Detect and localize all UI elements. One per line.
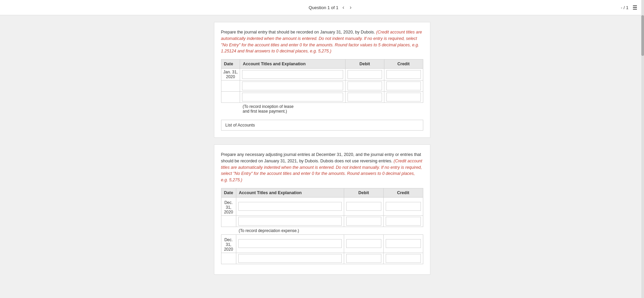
- panel2-journal-table: Date Account Titles and Explanation Debi…: [221, 188, 423, 264]
- account-input-2[interactable]: [242, 82, 343, 90]
- account-cell-p2-2: [236, 215, 344, 227]
- list-accounts-button-1[interactable]: List of Accounts: [221, 120, 423, 131]
- account-cell-p2-3: [236, 234, 344, 253]
- col-date-header-2: Date: [221, 188, 236, 197]
- col-date-header: Date: [221, 60, 240, 69]
- account-input-p2-3[interactable]: [238, 239, 342, 248]
- note-spacer-p2-1: [221, 227, 236, 234]
- table-row: [221, 215, 423, 227]
- credit-input-p2-2[interactable]: [386, 217, 421, 226]
- credit-input-p2-1[interactable]: [386, 202, 421, 211]
- account-input-1[interactable]: [242, 70, 343, 79]
- panel-1: Prepare the journal entry that should be…: [214, 22, 430, 138]
- debit-input-3[interactable]: [348, 93, 382, 101]
- account-input-3[interactable]: [242, 93, 343, 101]
- note-date-spacer: [221, 103, 240, 115]
- debit-input-p2-3[interactable]: [346, 239, 381, 248]
- date-cell-p2-1: Dec.31,2020: [221, 197, 236, 215]
- panel1-instruction: Prepare the journal entry that should be…: [221, 29, 423, 54]
- account-cell-1: [240, 69, 345, 81]
- scrollbar[interactable]: [641, 0, 644, 281]
- debit-input-1[interactable]: [348, 70, 382, 79]
- panel-2: Prepare any necessary adjusting journal …: [214, 144, 430, 275]
- panel2-note1: (To record depreciation expense.): [236, 227, 423, 234]
- debit-input-p2-1[interactable]: [346, 202, 381, 211]
- date-cell-2: [221, 81, 240, 92]
- account-cell-3: [240, 92, 345, 103]
- table-row: Dec.31,2020: [221, 234, 423, 253]
- debit-cell-1: [345, 69, 384, 81]
- debit-cell-2: [345, 81, 384, 92]
- question-label: Question 1 of 1: [309, 5, 338, 10]
- credit-input-3[interactable]: [386, 93, 421, 101]
- account-input-p2-2[interactable]: [238, 217, 342, 226]
- next-question-button[interactable]: ›: [348, 3, 353, 12]
- prev-question-button[interactable]: ‹: [341, 3, 345, 12]
- credit-input-p2-4[interactable]: [386, 254, 421, 263]
- account-cell-p2-4: [236, 253, 344, 264]
- col-debit-header-2: Debit: [344, 188, 383, 197]
- date-cell-p2-3: Dec.31,2020: [221, 234, 236, 253]
- table-row: [221, 81, 423, 92]
- col-account-header: Account Titles and Explanation: [240, 60, 345, 69]
- header: Question 1 of 1 ‹ › - / 1 ☰: [0, 0, 644, 15]
- date-cell-p2-2: [221, 215, 236, 227]
- credit-cell-p2-4: [383, 253, 423, 264]
- pagination-label: - / 1: [621, 5, 628, 10]
- debit-cell-3: [345, 92, 384, 103]
- debit-input-2[interactable]: [348, 82, 382, 90]
- panel2-instruction: Prepare any necessary adjusting journal …: [221, 152, 423, 183]
- credit-cell-p2-3: [383, 234, 423, 253]
- credit-input-1[interactable]: [386, 70, 421, 79]
- debit-input-p2-4[interactable]: [346, 254, 381, 263]
- credit-cell-p2-1: [383, 197, 423, 215]
- account-input-p2-4[interactable]: [238, 254, 342, 263]
- date-cell-p2-4: [221, 253, 236, 264]
- debit-cell-p2-1: [344, 197, 383, 215]
- debit-cell-p2-3: [344, 234, 383, 253]
- table-row: Jan. 31,2020: [221, 69, 423, 81]
- menu-button[interactable]: ☰: [633, 4, 637, 11]
- debit-cell-p2-4: [344, 253, 383, 264]
- panel2-instruction-normal: Prepare any necessary adjusting journal …: [221, 152, 421, 163]
- date-cell-1: Jan. 31,2020: [221, 69, 240, 81]
- col-debit-header: Debit: [345, 60, 384, 69]
- header-center: Question 1 of 1 ‹ ›: [309, 3, 353, 12]
- table-row: [221, 253, 423, 264]
- credit-input-p2-3[interactable]: [386, 239, 421, 248]
- credit-cell-3: [384, 92, 423, 103]
- date-cell-3: [221, 92, 240, 103]
- account-input-p2-1[interactable]: [238, 202, 342, 211]
- panel1-instruction-normal: Prepare the journal entry that should be…: [221, 30, 375, 35]
- scrollbar-thumb[interactable]: [641, 15, 644, 56]
- account-cell-2: [240, 81, 345, 92]
- debit-input-p2-2[interactable]: [346, 217, 381, 226]
- col-credit-header-2: Credit: [383, 188, 423, 197]
- credit-cell-p2-2: [383, 215, 423, 227]
- credit-cell-1: [384, 69, 423, 81]
- credit-cell-2: [384, 81, 423, 92]
- panel1-note: (To record inception of leaseand first l…: [240, 103, 423, 115]
- col-credit-header: Credit: [384, 60, 423, 69]
- col-account-header-2: Account Titles and Explanation: [236, 188, 344, 197]
- note-row-p2-1: (To record depreciation expense.): [221, 227, 423, 234]
- panel1-journal-table: Date Account Titles and Explanation Debi…: [221, 59, 423, 115]
- account-cell-p2-1: [236, 197, 344, 215]
- table-row: Dec.31,2020: [221, 197, 423, 215]
- main-content: Prepare the journal entry that should be…: [0, 15, 644, 281]
- note-row-1: (To record inception of leaseand first l…: [221, 103, 423, 115]
- credit-input-2[interactable]: [386, 82, 421, 90]
- table-row: [221, 92, 423, 103]
- header-right: - / 1 ☰: [621, 4, 637, 11]
- debit-cell-p2-2: [344, 215, 383, 227]
